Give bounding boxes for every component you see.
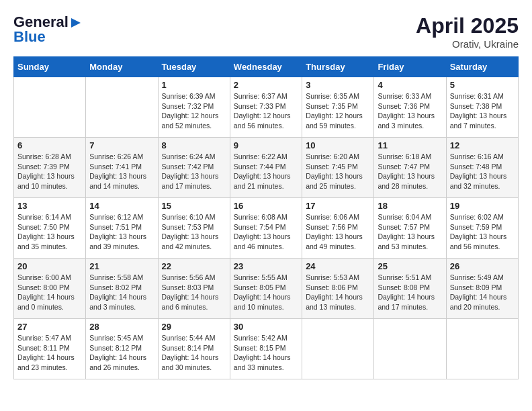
day-number: 30 — [234, 322, 298, 332]
cell-line: Sunset: 7:42 PM — [162, 163, 214, 171]
cell-line: and 14 minutes. — [89, 182, 140, 190]
cell-line: and 52 minutes. — [162, 122, 212, 130]
calendar-cell: 22Sunrise: 5:56 AMSunset: 8:03 PMDayligh… — [158, 259, 230, 319]
cell-line: Sunrise: 5:47 AM — [17, 334, 71, 342]
calendar-header-row: SundayMondayTuesdayWednesdayThursdayFrid… — [14, 57, 519, 77]
calendar-cell: 23Sunrise: 5:55 AMSunset: 8:05 PMDayligh… — [230, 259, 302, 319]
header-wednesday: Wednesday — [230, 57, 302, 77]
cell-line: and 25 minutes. — [306, 182, 356, 190]
cell-line: Sunset: 8:08 PM — [378, 283, 430, 291]
cell-line: Sunrise: 6:10 AM — [162, 213, 216, 221]
day-number: 10 — [306, 140, 370, 150]
header-sunday: Sunday — [14, 57, 86, 77]
cell-line: and 49 minutes. — [306, 242, 356, 250]
day-number: 11 — [378, 140, 442, 150]
header-friday: Friday — [374, 57, 446, 77]
cell-line: and 28 minutes. — [378, 182, 428, 190]
cell-line: Sunrise: 5:42 AM — [234, 334, 287, 342]
day-number: 13 — [17, 201, 82, 211]
calendar-cell: 4Sunrise: 6:33 AMSunset: 7:36 PMDaylight… — [374, 77, 446, 138]
cell-line: Daylight: 14 hours — [162, 293, 219, 301]
calendar-cell: 6Sunrise: 6:28 AMSunset: 7:39 PMDaylight… — [14, 138, 86, 198]
cell-line: and 53 minutes. — [378, 242, 428, 250]
cell-line: Daylight: 14 hours — [378, 293, 435, 301]
day-number: 5 — [450, 80, 515, 90]
cell-line: and 46 minutes. — [234, 242, 284, 250]
cell-line: Sunset: 7:33 PM — [234, 102, 286, 110]
calendar-cell: 11Sunrise: 6:18 AMSunset: 7:47 PMDayligh… — [374, 138, 446, 198]
cell-line: and 17 minutes. — [162, 182, 212, 190]
cell-line: Sunset: 8:03 PM — [162, 283, 214, 291]
cell-line: Sunrise: 6:20 AM — [306, 152, 359, 161]
cell-line: Sunset: 7:36 PM — [378, 102, 430, 110]
cell-line: Sunrise: 5:58 AM — [89, 273, 143, 281]
calendar-cell: 20Sunrise: 6:00 AMSunset: 8:00 PMDayligh… — [14, 259, 86, 319]
cell-line: Sunset: 8:12 PM — [89, 344, 142, 352]
cell-line: Daylight: 14 hours — [162, 353, 219, 361]
cell-line: Daylight: 14 hours — [89, 353, 146, 361]
day-number: 19 — [450, 201, 515, 211]
calendar-cell: 26Sunrise: 5:49 AMSunset: 8:09 PMDayligh… — [446, 259, 518, 319]
cell-line: Sunrise: 6:33 AM — [378, 92, 431, 100]
header-monday: Monday — [86, 57, 158, 77]
calendar-cell: 9Sunrise: 6:22 AMSunset: 7:44 PMDaylight… — [230, 138, 302, 198]
cell-line: Daylight: 13 hours — [89, 172, 146, 180]
cell-line: Daylight: 13 hours — [450, 172, 507, 180]
cell-line: Daylight: 14 hours — [17, 353, 75, 361]
day-number: 15 — [162, 201, 226, 211]
cell-line: and 42 minutes. — [162, 242, 212, 250]
cell-line: Sunrise: 6:18 AM — [378, 152, 431, 161]
cell-line: Sunset: 7:35 PM — [306, 102, 358, 110]
calendar-cell: 19Sunrise: 6:02 AMSunset: 7:59 PMDayligh… — [446, 198, 518, 259]
day-number: 9 — [234, 140, 298, 150]
cell-line: Daylight: 14 hours — [17, 293, 75, 301]
calendar-week-5: 27Sunrise: 5:47 AMSunset: 8:11 PMDayligh… — [14, 319, 519, 379]
cell-line: Sunset: 7:32 PM — [162, 102, 214, 110]
cell-line: Sunrise: 5:55 AM — [234, 273, 287, 281]
cell-line: Daylight: 13 hours — [17, 232, 75, 240]
cell-line: Sunrise: 6:26 AM — [89, 152, 143, 161]
day-number: 27 — [17, 322, 82, 332]
cell-line: Sunset: 7:39 PM — [17, 163, 70, 171]
cell-line: and 33 minutes. — [234, 363, 284, 371]
cell-line: Sunset: 8:14 PM — [162, 344, 214, 352]
cell-line: and 30 minutes. — [162, 363, 212, 371]
cell-line: Sunset: 8:02 PM — [89, 283, 142, 291]
cell-line: Sunset: 7:54 PM — [234, 223, 286, 231]
calendar-table: SundayMondayTuesdayWednesdayThursdayFrid… — [13, 56, 519, 379]
header-thursday: Thursday — [302, 57, 374, 77]
cell-line: Daylight: 13 hours — [17, 172, 75, 180]
cell-line: Sunrise: 6:39 AM — [162, 92, 216, 100]
cell-line: Daylight: 13 hours — [234, 172, 291, 180]
cell-line: Sunset: 7:51 PM — [89, 223, 142, 231]
calendar-week-4: 20Sunrise: 6:00 AMSunset: 8:00 PMDayligh… — [14, 259, 519, 319]
cell-line: Sunrise: 6:24 AM — [162, 152, 216, 161]
cell-line: Sunrise: 6:08 AM — [234, 213, 287, 221]
day-number: 21 — [89, 261, 154, 271]
cell-line: Sunrise: 6:28 AM — [17, 152, 71, 161]
cell-line: Daylight: 14 hours — [234, 293, 291, 301]
cell-line: Daylight: 13 hours — [306, 172, 363, 180]
cell-line: Sunset: 7:50 PM — [17, 223, 70, 231]
svg-marker-0 — [71, 18, 81, 28]
day-number: 3 — [306, 80, 370, 90]
calendar-cell — [374, 319, 446, 379]
cell-line: and 13 minutes. — [306, 303, 356, 311]
cell-line: Sunset: 7:53 PM — [162, 223, 214, 231]
day-number: 24 — [306, 261, 370, 271]
cell-line: Sunrise: 5:53 AM — [306, 273, 359, 281]
cell-line: and 59 minutes. — [306, 122, 356, 130]
day-number: 25 — [378, 261, 442, 271]
day-number: 14 — [89, 201, 154, 211]
calendar-cell: 7Sunrise: 6:26 AMSunset: 7:41 PMDaylight… — [86, 138, 158, 198]
day-number: 7 — [89, 140, 154, 150]
cell-line: Sunrise: 5:56 AM — [162, 273, 216, 281]
day-number: 28 — [89, 322, 154, 332]
cell-line: Sunset: 7:45 PM — [306, 163, 358, 171]
cell-line: Sunrise: 6:22 AM — [234, 152, 287, 161]
month-title: April 2025 — [416, 13, 519, 38]
day-number: 1 — [162, 80, 226, 90]
calendar-cell: 1Sunrise: 6:39 AMSunset: 7:32 PMDaylight… — [158, 77, 230, 138]
calendar-cell: 16Sunrise: 6:08 AMSunset: 7:54 PMDayligh… — [230, 198, 302, 259]
location: Orativ, Ukraine — [416, 38, 519, 50]
